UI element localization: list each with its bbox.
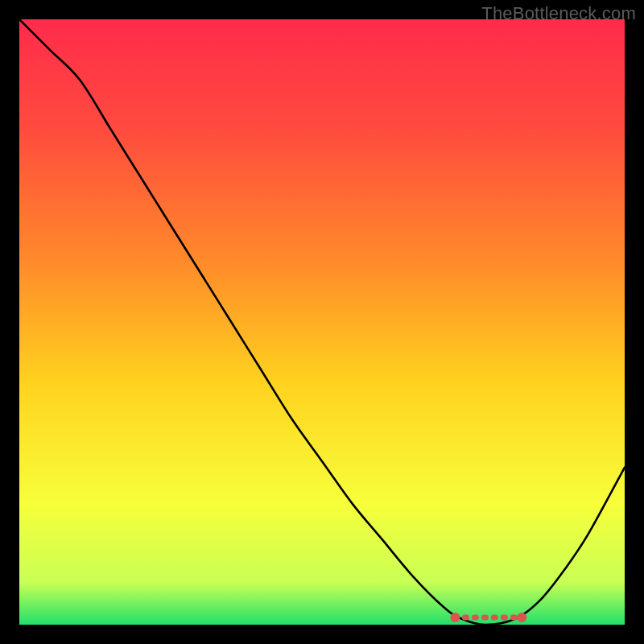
chart-frame: TheBottleneck.com: [0, 0, 644, 644]
watermark-text: TheBottleneck.com: [481, 3, 636, 24]
gradient-background: [19, 19, 625, 625]
bottleneck-chart: [19, 19, 625, 625]
